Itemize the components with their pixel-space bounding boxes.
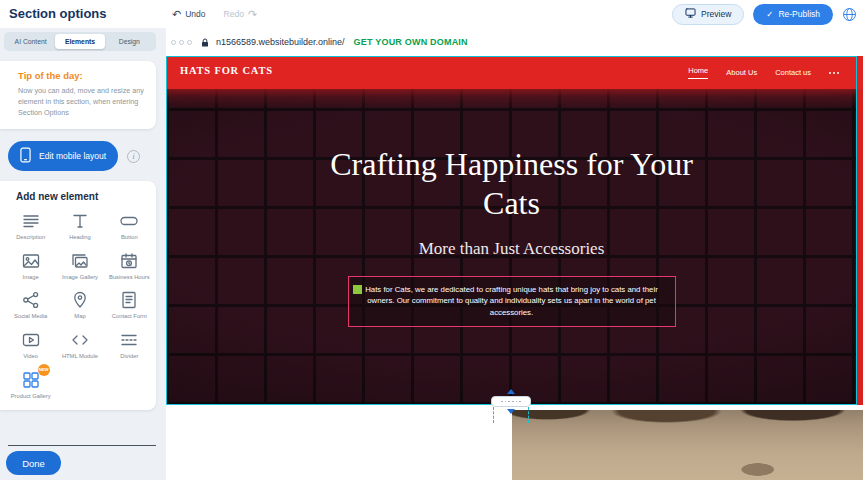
element-product-gallery[interactable]: NEW Product Gallery [6,370,55,401]
tab-elements[interactable]: Elements [55,34,104,49]
hero-body-text: Hats for Cats, we are dedicated to craft… [365,285,658,317]
element-heading[interactable]: Heading [55,211,104,242]
tip-title: Tip of the day: [18,70,146,81]
tab-ai-content[interactable]: AI Content [6,34,55,49]
republish-button[interactable]: ✓ Re-Publish [753,4,833,25]
resize-guide-right [528,407,529,423]
divider-icon [118,330,140,350]
element-video[interactable]: Video [6,330,55,361]
resize-guide-left [493,407,494,423]
html-module-icon [69,330,91,350]
app-window: Section options ↶ Undo Redo ↷ Preview ✓ … [0,0,863,480]
sidebar-divider [8,445,156,446]
element-grid: Description Heading Button Image Image G… [6,211,154,400]
undo-button[interactable]: ↶ Undo [172,9,206,20]
page-title: Section options [9,6,107,21]
element-button[interactable]: Button [105,211,154,242]
element-image[interactable]: Image [6,251,55,282]
editor-canvas: n1566589.websitebuilder.online/ GET YOUR… [166,28,863,480]
hero-subtitle[interactable]: More than Just Accessories [419,239,605,259]
nav-contact-us[interactable]: Contact us [775,68,811,77]
site-logo[interactable]: HATS FOR CATS [180,65,273,76]
hero-content: Crafting Happiness for Your Cats More th… [166,89,857,405]
site-preview: HATS FOR CATS Home About Us Contact us C… [166,56,863,405]
description-icon [20,211,42,231]
sidebar: AI Content Elements Design Tip of the da… [0,28,166,480]
undo-icon: ↶ [172,9,181,20]
get-domain-link[interactable]: GET YOUR OWN DOMAIN [354,37,468,47]
preview-button[interactable]: Preview [672,4,744,25]
element-map[interactable]: Map [55,290,104,321]
element-description[interactable]: Description [6,211,55,242]
green-handle-icon [353,285,362,294]
lock-icon [201,33,209,51]
mobile-layout-row: Edit mobile layout i [8,141,158,171]
nav-home[interactable]: Home [688,66,708,79]
next-section-photo[interactable] [512,410,863,480]
social-media-icon [20,290,42,310]
sidebar-tabs: AI Content Elements Design [4,32,156,51]
element-html-module[interactable]: HTML Module [55,330,104,361]
topbar: Section options ↶ Undo Redo ↷ Preview ✓ … [0,0,863,28]
check-icon: ✓ [766,9,773,19]
heading-icon [69,211,91,231]
element-business-hours[interactable]: Business Hours [105,251,154,282]
contact-form-icon [118,290,140,310]
done-button[interactable]: Done [6,451,61,475]
topbar-actions: Preview ✓ Re-Publish [672,0,857,28]
map-icon [69,290,91,310]
image-icon [20,251,42,271]
tip-of-the-day-card: Tip of the day: Now you can add, move an… [0,61,156,129]
browser-bar: n1566589.websitebuilder.online/ GET YOUR… [166,34,468,50]
monitor-icon [685,8,696,20]
new-badge: NEW [38,364,50,376]
element-contact-form[interactable]: Contact Form [105,290,154,321]
edit-mobile-layout-button[interactable]: Edit mobile layout [8,141,118,171]
site-header: HATS FOR CATS Home About Us Contact us [166,56,863,89]
element-divider[interactable]: Divider [105,330,154,361]
redo-button[interactable]: Redo ↷ [224,9,258,20]
element-image-gallery[interactable]: Image Gallery [55,251,104,282]
tab-design[interactable]: Design [105,34,154,49]
video-icon [20,330,42,350]
site-nav: Home About Us Contact us [688,56,839,89]
add-element-panel: Add new element Description Heading Butt… [0,181,156,410]
product-gallery-icon: NEW [20,370,42,390]
add-element-title: Add new element [16,191,154,202]
resize-arrow-up-icon [507,389,515,394]
resize-arrow-down-icon [507,409,515,414]
business-hours-icon [118,251,140,271]
resize-grip[interactable] [491,396,531,407]
undo-redo-group: ↶ Undo Redo ↷ [172,0,257,28]
button-icon [118,211,140,231]
window-dots-icon [171,40,192,45]
nav-about-us[interactable]: About Us [726,68,757,77]
site-url: n1566589.websitebuilder.online/ [216,37,345,47]
language-globe-icon[interactable] [842,7,857,22]
image-gallery-icon [69,251,91,271]
tip-body: Now you can add, move and resize any ele… [18,86,146,118]
hero-section[interactable]: Crafting Happiness for Your Cats More th… [166,89,863,405]
info-icon[interactable]: i [127,150,140,163]
hero-title[interactable]: Crafting Happiness for Your Cats [312,145,712,224]
element-social-media[interactable]: Social Media [6,290,55,321]
page-overflow-strip [857,56,863,405]
hero-text-box[interactable]: Hats for Cats, we are dedicated to craft… [348,276,676,327]
section-resize-handle[interactable] [489,389,533,423]
nav-more-icon[interactable] [829,72,839,74]
redo-icon: ↷ [248,9,257,20]
phone-icon [20,147,31,165]
